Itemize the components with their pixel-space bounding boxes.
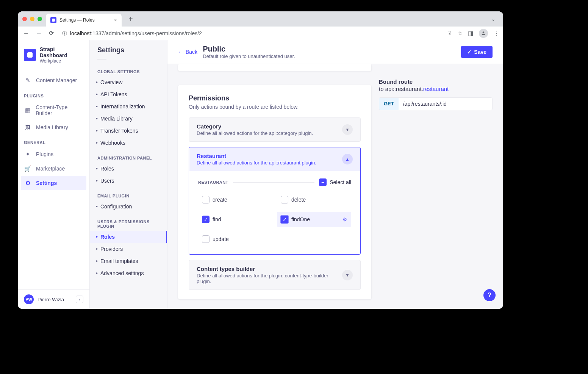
browser-actions: ⇪ ☆ ◨ ⋮ [447, 29, 499, 38]
subnav-item-internationalization[interactable]: Internationalization [90, 100, 167, 113]
subnav-item-up-providers[interactable]: Providers [90, 243, 167, 255]
accordion-header[interactable]: Restaurant Define all allowed actions fo… [189, 147, 360, 171]
permissions-card: Permissions Only actions bound by a rout… [178, 85, 371, 299]
app-title: Strapi Dashboard [40, 46, 83, 58]
http-method-badge: GET [379, 98, 399, 110]
close-window-icon[interactable] [22, 17, 27, 21]
action-name: update [213, 236, 229, 242]
action-delete[interactable]: delete [277, 192, 351, 207]
sidebar-section-plugins: PLUGINS [18, 88, 89, 100]
checkbox[interactable] [202, 235, 210, 243]
sidebar-item-content-type-builder[interactable]: ▦ Content-Type Builder [18, 100, 89, 120]
action-name: findOne [291, 216, 310, 222]
route-box: GET /api/restaurants/:id [379, 97, 493, 110]
address-bar[interactable]: ⓘ localhost:1337/admin/settings/users-pe… [59, 30, 443, 37]
subnav-item-up-email-templates[interactable]: Email templates [90, 255, 167, 267]
overflow-menu-icon[interactable]: ⋮ [493, 30, 499, 37]
share-icon[interactable]: ⇪ [447, 30, 452, 37]
subnav-title: Settings [90, 46, 167, 63]
subnav-section-label: EMAIL PLUGIN [90, 187, 167, 200]
save-label: Save [474, 49, 486, 55]
sidebar-item-media-library[interactable]: 🖼 Media Library [18, 120, 89, 134]
permissions-column: Permissions Only actions bound by a rout… [178, 64, 371, 298]
action-group-label: RESTAURANT [198, 180, 228, 185]
checkbox-checked[interactable]: ✓ [202, 216, 210, 223]
page-subtitle: Default role given to unauthenticated us… [203, 53, 295, 59]
indeterminate-checkbox-icon: − [319, 178, 327, 186]
checkbox-checked-focused[interactable]: ✓ [281, 216, 288, 223]
sidebar-footer: PW Pierre Wizla ‹ [18, 289, 89, 309]
panel-icon[interactable]: ◨ [468, 30, 474, 37]
subnav-item-admin-users[interactable]: Users [90, 175, 167, 187]
maximize-window-icon[interactable] [38, 17, 42, 21]
select-all-label: Select all [330, 179, 351, 185]
layout-icon: ▦ [24, 107, 31, 114]
pencil-icon: ✎ [24, 77, 31, 84]
subnav-item-media-library[interactable]: Media Library [90, 113, 167, 125]
action-find[interactable]: ✓ find [198, 212, 272, 227]
action-name: delete [291, 197, 306, 203]
sidebar-item-plugins[interactable]: ✦ Plugins [18, 147, 89, 161]
minimize-window-icon[interactable] [30, 17, 34, 21]
sidebar-item-label: Settings [36, 180, 57, 186]
action-findone[interactable]: ✓ findOne ⚙ [277, 212, 351, 227]
reload-icon[interactable]: ⟳ [47, 28, 55, 38]
route-path: /api/restaurants/:id [399, 98, 451, 110]
page-header: ← Back Public Default role given to unau… [167, 40, 503, 64]
back-button[interactable]: ← Back [178, 49, 197, 55]
route-column: Bound route to api::restaurant.restauran… [379, 64, 493, 298]
browser-toolbar: ← → ⟳ ⓘ localhost:1337/admin/settings/us… [18, 27, 503, 40]
sidebar-item-content-manager[interactable]: ✎ Content Manager [18, 73, 89, 88]
page-title: Public [203, 45, 295, 53]
site-info-icon[interactable]: ⓘ [62, 30, 67, 37]
subnav-item-up-roles[interactable]: Roles [90, 231, 167, 243]
tabs-dropdown-icon[interactable]: ⌄ [488, 14, 499, 23]
checkbox[interactable] [202, 196, 210, 203]
gear-icon[interactable]: ⚙ [342, 216, 347, 222]
main-nav-sidebar: Strapi Dashboard Workplace ✎ Content Man… [18, 40, 90, 309]
subnav-item-admin-roles[interactable]: Roles [90, 163, 167, 175]
back-label: Back [186, 49, 197, 55]
help-button[interactable]: ? [483, 289, 496, 301]
subnav-item-transfer-tokens[interactable]: Transfer Tokens [90, 125, 167, 137]
sidebar-item-label: Content Manager [36, 77, 77, 83]
subnav-item-webhooks[interactable]: Webhooks [90, 137, 167, 149]
subnav-item-up-advanced-settings[interactable]: Advanced settings [90, 267, 167, 279]
card-peek [178, 64, 371, 71]
save-button[interactable]: ✓ Save [461, 46, 493, 58]
profile-icon[interactable] [479, 29, 488, 38]
subnav-item-email-configuration[interactable]: Configuration [90, 200, 167, 213]
close-tab-icon[interactable]: × [114, 17, 117, 23]
back-icon[interactable]: ← [22, 28, 31, 38]
url-host: localhost:1337/admin/settings/users-perm… [70, 30, 202, 36]
sidebar-item-settings[interactable]: ⚙ Settings [21, 176, 86, 190]
sidebar-item-label: Content-Type Builder [36, 104, 83, 116]
accordion-header[interactable]: Content types builder Define all allowed… [189, 260, 360, 289]
sidebar-item-label: Marketplace [36, 166, 65, 172]
bookmark-icon[interactable]: ☆ [457, 30, 463, 37]
collapse-sidebar-button[interactable]: ‹ [76, 296, 83, 303]
new-tab-button[interactable]: + [125, 14, 136, 24]
browser-tab[interactable]: Settings — Roles × [46, 14, 122, 27]
settings-sub-nav: Settings GLOBAL SETTINGS Overview API To… [90, 40, 167, 309]
route-title: Bound route [379, 78, 493, 85]
subnav-item-overview[interactable]: Overview [90, 76, 167, 88]
user-avatar[interactable]: PW [24, 294, 34, 304]
accordion-header[interactable]: Category Define all allowed actions for … [189, 118, 360, 141]
permissions-title: Permissions [189, 94, 361, 102]
forward-icon: → [34, 28, 44, 38]
check-icon: ✓ [467, 49, 472, 55]
checkbox[interactable] [281, 196, 288, 203]
subnav-item-api-tokens[interactable]: API Tokens [90, 88, 167, 100]
puzzle-icon: ✦ [24, 151, 31, 158]
accordion-title: Content types builder [197, 266, 342, 272]
user-name: Pierre Wizla [38, 297, 72, 302]
action-create[interactable]: create [198, 192, 272, 207]
sidebar-item-marketplace[interactable]: 🛒 Marketplace [18, 161, 89, 176]
app-logo-icon [24, 49, 36, 61]
select-all-toggle[interactable]: − Select all [319, 178, 351, 186]
action-update[interactable]: update [198, 232, 272, 247]
accordion-subtitle: Define all allowed actions for the plugi… [197, 273, 342, 284]
sidebar-item-label: Plugins [36, 151, 53, 157]
action-name: find [213, 216, 221, 222]
